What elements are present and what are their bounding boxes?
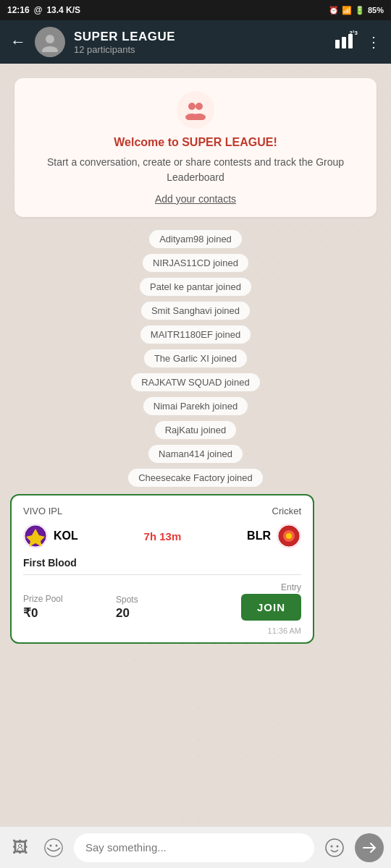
message-input-bar: 🖼	[0, 826, 391, 868]
svg-point-18	[326, 839, 343, 856]
join-message: Cheesecake Factory joined	[128, 469, 263, 487]
divider	[23, 574, 301, 575]
message-input[interactable]	[74, 833, 314, 862]
svg-rect-3	[342, 37, 346, 48]
join-message: Patel ke pantar joined	[140, 278, 251, 296]
welcome-title: Welcome to SUPER LEAGUE!	[29, 136, 362, 149]
card-timestamp: 11:36 AM	[23, 626, 301, 635]
svg-point-6	[196, 103, 203, 110]
blr-name: BLR	[247, 529, 271, 542]
join-message: Smit Sanghavi joined	[141, 302, 250, 320]
svg-point-5	[188, 103, 196, 110]
status-time: 12:16	[7, 5, 30, 15]
spots-value: 20	[116, 606, 209, 621]
team-left: KOL	[23, 524, 78, 548]
kol-name: KOL	[54, 529, 78, 542]
match-row: KOL 7h 13m BLR	[23, 524, 301, 548]
prize-pool-col: Prize Pool ₹0	[23, 594, 116, 621]
svg-point-0	[46, 35, 54, 43]
status-right: ⏰ 📶 🔋 85%	[329, 6, 384, 15]
welcome-body: Start a conversation, create or share co…	[29, 155, 362, 185]
status-bar: 12:16 @ 13.4 K/S ⏰ 📶 🔋 85%	[0, 0, 391, 20]
spots-label: Spots	[116, 595, 209, 605]
entry-label: Entry	[209, 582, 301, 592]
battery-icon: 🔋	[355, 6, 365, 15]
join-message: MAITR1180EF joined	[140, 326, 251, 344]
svg-rect-2	[335, 40, 340, 48]
kol-logo	[23, 524, 48, 548]
contest-card-wrapper: VIVO IPL Cricket KOL 7h 13m BLR	[0, 494, 391, 651]
avatar	[35, 27, 65, 57]
contest-name: First Blood	[23, 557, 301, 569]
entry-col: Entry JOIN	[209, 582, 301, 621]
spots-col: Spots 20	[116, 595, 209, 621]
signal-icon: 📶	[342, 6, 352, 15]
match-time: 7h 13m	[144, 530, 182, 542]
join-button[interactable]: JOIN	[241, 594, 301, 621]
prize-pool-value: ₹0	[23, 605, 116, 621]
chat-background: Welcome to SUPER LEAGUE! Start a convers…	[0, 64, 391, 859]
header-info: SUPER LEAGUE 12 participants	[74, 30, 326, 55]
status-at: @	[34, 5, 43, 15]
join-message: RAJKATW SQUAD joined	[131, 373, 259, 391]
prize-pool-label: Prize Pool	[23, 594, 116, 604]
join-message: NIRJAS11CD joined	[143, 254, 248, 272]
leaderboard-badge: 2¹3	[349, 30, 358, 36]
contest-footer: Prize Pool ₹0 Spots 20 Entry JOIN	[23, 582, 301, 621]
more-options-button[interactable]: ⋮	[366, 33, 381, 51]
join-message: The Garlic XI joined	[144, 349, 247, 367]
emoji-icon[interactable]	[321, 835, 348, 861]
svg-rect-4	[348, 34, 353, 48]
status-data: 13.4 K/S	[46, 5, 80, 15]
header-actions: 2¹3 ⋮	[335, 33, 381, 52]
back-button[interactable]: ←	[10, 33, 26, 51]
join-message: RajKatu joined	[155, 421, 237, 439]
contest-league: VIVO IPL	[23, 506, 62, 516]
status-left: 12:16 @ 13.4 K/S	[7, 5, 80, 15]
chat-header: ← SUPER LEAGUE 12 participants 2¹3 ⋮	[0, 20, 391, 64]
join-message: Naman414 joined	[148, 445, 243, 463]
chat-title: SUPER LEAGUE	[74, 30, 326, 44]
sticker-icon[interactable]	[41, 835, 67, 861]
contest-sport: Cricket	[272, 506, 301, 516]
svg-point-16	[50, 844, 52, 846]
join-message: Nimai Parekh joined	[143, 397, 248, 415]
svg-point-20	[337, 845, 339, 847]
join-messages: Adityam98 joinedNIRJAS11CD joinedPatel k…	[0, 230, 391, 487]
join-message: Adityam98 joined	[149, 230, 242, 248]
participant-count: 12 participants	[74, 44, 326, 55]
add-contacts-link[interactable]: Add your contacts	[155, 193, 236, 205]
contest-header: VIVO IPL Cricket	[23, 506, 301, 516]
send-button[interactable]	[355, 833, 384, 862]
battery-value: 85%	[368, 6, 384, 14]
gallery-icon[interactable]: 🖼	[7, 835, 33, 861]
svg-point-1	[42, 46, 58, 52]
svg-point-17	[56, 844, 58, 846]
team-right: BLR	[247, 524, 301, 548]
svg-point-19	[331, 845, 333, 847]
svg-point-13	[286, 533, 292, 539]
leaderboard-button[interactable]: 2¹3	[335, 33, 353, 52]
contest-card: VIVO IPL Cricket KOL 7h 13m BLR	[10, 494, 314, 644]
welcome-card: Welcome to SUPER LEAGUE! Start a convers…	[14, 78, 377, 217]
welcome-icon	[177, 91, 214, 129]
blr-logo	[277, 524, 301, 548]
clock-icon: ⏰	[329, 6, 339, 15]
